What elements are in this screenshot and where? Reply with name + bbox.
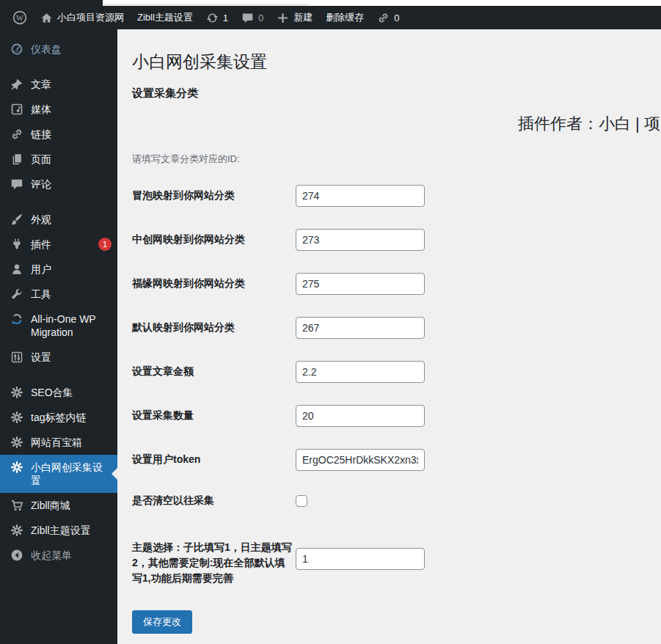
gear-icon (10, 411, 23, 424)
links-counter[interactable]: 0 (370, 6, 406, 29)
updates-link[interactable]: 1 (200, 6, 235, 29)
sidebar-item-label: 收起菜单 (31, 549, 112, 562)
sidebar-item-tools[interactable]: 工具 (0, 282, 117, 307)
field-label-price: 设置文章金额 (132, 365, 296, 378)
plugin-author-banner: 插件作者：小白 | 项 (518, 113, 660, 135)
save-changes-button[interactable]: 保存更改 (132, 610, 192, 634)
field-label-maopao: 冒泡映射到你网站分类 (132, 189, 296, 202)
user-token-input[interactable] (296, 449, 425, 471)
appearance-brush-icon (10, 213, 23, 226)
gear-icon (10, 436, 23, 449)
sidebar-item-dashboard[interactable]: 仪表盘 (0, 37, 117, 62)
default-category-input[interactable] (296, 317, 425, 339)
sidebar-item-label: 外观 (31, 213, 112, 226)
form-row: 是否清空以往采集 (132, 493, 661, 509)
sidebar-item-links[interactable]: 链接 (0, 122, 117, 147)
cart-icon (10, 499, 23, 512)
sidebar-item-collapse-menu[interactable]: 收起菜单 (0, 543, 117, 568)
sidebar-item-seo[interactable]: SEO合集 (0, 380, 117, 405)
plugins-update-badge: 1 (98, 238, 112, 251)
comment-count: 0 (258, 12, 263, 23)
wordpress-logo-icon: W (12, 10, 27, 25)
gear-icon (10, 386, 23, 399)
sidebar-item-label: 链接 (31, 128, 112, 141)
dashboard-gauge-icon (10, 43, 23, 56)
sidebar-item-zibll-shop[interactable]: Zibll商城 (0, 493, 117, 518)
menu-separator (0, 197, 117, 207)
plugins-plug-icon (10, 238, 23, 251)
maopao-category-input[interactable] (296, 185, 425, 207)
zhongchuang-category-input[interactable] (296, 229, 425, 251)
main-content: 小白网创采集设置 设置采集分类 插件作者：小白 | 项 请填写文章分类对应的ID… (117, 29, 661, 644)
comments-icon (241, 12, 254, 24)
sidebar-item-settings[interactable]: 设置 (0, 345, 117, 370)
fuyuan-category-input[interactable] (296, 273, 425, 295)
sidebar-item-label: Zibll商城 (31, 499, 112, 512)
clear-cache-button[interactable]: 删除缓存 (319, 6, 370, 29)
sidebar-item-label: SEO合集 (31, 386, 112, 399)
sidebar-item-label: 媒体 (31, 103, 112, 116)
posts-pin-icon (10, 78, 23, 91)
collapse-arrow-icon (10, 549, 23, 562)
comments-link[interactable]: 0 (235, 6, 270, 29)
form-row: 默认映射到你网站分类 (132, 317, 661, 339)
field-label-fuyuan: 福缘网映射到你网站分类 (132, 277, 296, 290)
home-icon (40, 12, 53, 24)
sidebar-item-pages[interactable]: 页面 (0, 147, 117, 172)
field-label-zhongchuang: 中创网映射到你网站分类 (132, 233, 296, 246)
update-count: 1 (223, 12, 228, 23)
sidebar-item-label: 设置 (31, 351, 112, 364)
sidebar-item-tag-links[interactable]: tag标签内链 (0, 405, 117, 430)
new-content-menu[interactable]: 新建 (270, 6, 319, 29)
helper-text: 请填写文章分类对应的ID: (132, 153, 240, 166)
sidebar-item-label: 仪表盘 (31, 43, 112, 56)
form-row: 设置用户token (132, 449, 661, 471)
sidebar-item-label: 小白网创采集设置 (31, 461, 112, 487)
field-label-clear-history: 是否清空以往采集 (132, 494, 296, 508)
clear-history-checkbox[interactable] (296, 495, 307, 507)
section-title: 设置采集分类 (132, 87, 198, 100)
sidebar-item-media[interactable]: 媒体 (0, 97, 117, 122)
new-label: 新建 (293, 11, 313, 24)
menu-separator (0, 370, 117, 380)
sidebar-item-label: Zibll主题设置 (31, 524, 112, 537)
sidebar-item-zibll-theme[interactable]: Zibll主题设置 (0, 518, 117, 543)
sidebar-item-comments[interactable]: 评论 (0, 172, 117, 197)
form-row: 设置采集数量 (132, 405, 661, 427)
field-label-token: 设置用户token (132, 453, 296, 466)
menu-separator (0, 62, 117, 72)
top-strip-tab-line (103, 4, 308, 5)
theme-select-input[interactable] (296, 548, 425, 570)
wordpress-menu[interactable]: W (6, 6, 34, 29)
sidebar-item-label: 页面 (31, 153, 112, 166)
sidebar-item-posts[interactable]: 文章 (0, 72, 117, 97)
top-strip (0, 0, 661, 6)
field-label-default: 默认映射到你网站分类 (132, 321, 296, 334)
visit-site-link[interactable]: 小白项目资源网 (34, 6, 131, 29)
settings-sliders-icon (10, 351, 23, 364)
users-icon (10, 263, 23, 276)
sidebar-item-ai1wm[interactable]: All-in-One WP Migration (0, 307, 117, 345)
sidebar-item-plugins[interactable]: 插件 1 (0, 232, 117, 257)
pages-icon (10, 153, 23, 166)
links-chain-icon (10, 128, 23, 141)
article-price-input[interactable] (296, 361, 425, 383)
collect-quantity-input[interactable] (296, 405, 425, 427)
sidebar-item-xiaobai-collect[interactable]: 小白网创采集设置 (0, 455, 117, 493)
migration-refresh-icon (10, 312, 23, 326)
sidebar-item-users[interactable]: 用户 (0, 257, 117, 282)
admin-bar-theme-settings[interactable]: Zibll主题设置 (131, 6, 200, 29)
comments-bubble-icon (10, 178, 23, 191)
link-icon (377, 12, 390, 24)
sidebar-item-toolbox[interactable]: 网站百宝箱 (0, 430, 117, 455)
sidebar-item-label: 工具 (31, 288, 112, 301)
form-row: 福缘网映射到你网站分类 (132, 273, 661, 295)
field-label-quantity: 设置采集数量 (132, 409, 296, 422)
tools-wrench-icon (10, 288, 23, 301)
gear-icon (10, 461, 23, 474)
link-count: 0 (394, 12, 399, 23)
plus-icon (277, 12, 289, 24)
site-name: 小白项目资源网 (57, 11, 124, 24)
top-strip-dark-corner (0, 0, 103, 6)
sidebar-item-appearance[interactable]: 外观 (0, 207, 117, 232)
